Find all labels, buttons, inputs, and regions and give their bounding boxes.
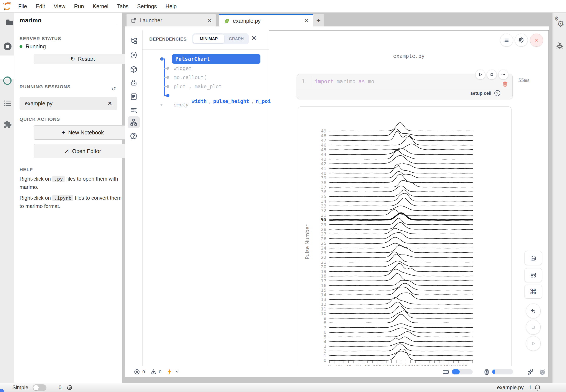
kernel-count: 0 xyxy=(59,384,61,391)
new-tab-button[interactable]: + xyxy=(313,14,324,27)
dependency-graph-icon[interactable] xyxy=(130,118,138,126)
notebook-settings-button[interactable] xyxy=(515,34,528,47)
bell-icon[interactable] xyxy=(534,384,541,391)
setup-help-button[interactable]: ? xyxy=(494,90,500,96)
menu-bar: FileEditViewRunKernelTabsSettingsHelp xyxy=(0,0,566,13)
tab-example-py-close-icon[interactable]: ✕ xyxy=(304,18,309,24)
undo-button[interactable] xyxy=(526,304,541,318)
ai-sparkle-icon[interactable] xyxy=(527,368,534,376)
tab-example-py[interactable]: example.py ✕ xyxy=(219,14,313,27)
warning-triangle-icon xyxy=(150,369,157,375)
y-tick-label: 44 xyxy=(321,152,327,157)
y-tick-label: 17 xyxy=(321,278,327,283)
settings-gear-large-icon[interactable]: ⚙ xyxy=(557,19,564,29)
cell-more-button[interactable] xyxy=(498,70,508,80)
restart-label: Restart xyxy=(78,56,95,62)
toggle-graph[interactable]: GRAPH xyxy=(225,33,248,44)
cpu-icon xyxy=(483,369,490,376)
marimo-leaf-icon xyxy=(224,18,230,24)
delete-cell-trash-icon[interactable] xyxy=(502,81,508,87)
tab-launcher-close-icon[interactable]: ✕ xyxy=(207,17,212,24)
cell-code[interactable]: import marimo as mo xyxy=(315,79,374,84)
menu-item-view[interactable]: View xyxy=(54,3,65,10)
y-tick-label: 1 xyxy=(324,353,327,358)
menu-item-tabs[interactable]: Tabs xyxy=(117,3,129,10)
restart-button[interactable]: ↻Restart xyxy=(34,54,132,64)
table-of-contents-icon[interactable] xyxy=(3,99,12,108)
interrupt-button[interactable] xyxy=(526,320,541,335)
pulse-profile-49 xyxy=(329,123,473,131)
session-item-example-py[interactable]: example.py ✕ xyxy=(19,97,117,110)
run-mode-dropdown[interactable] xyxy=(166,368,180,375)
pulse-profile-2 xyxy=(329,344,473,351)
separator: , xyxy=(207,98,213,104)
menu-item-kernel[interactable]: Kernel xyxy=(93,3,108,10)
session-close-icon[interactable]: ✕ xyxy=(108,100,112,106)
outline-search-icon[interactable] xyxy=(130,106,138,114)
notebook-filename: example.py xyxy=(269,53,549,59)
circle-x-icon xyxy=(134,369,140,375)
run-cell-button[interactable] xyxy=(475,70,485,80)
menu-item-file[interactable]: File xyxy=(18,3,27,10)
dependency-row-callout[interactable]: mo.callout( xyxy=(174,75,207,80)
logs-scroll-icon[interactable] xyxy=(130,93,138,101)
dependency-row-plot[interactable]: plot , make_plot xyxy=(174,84,222,89)
tab-launcher[interactable]: Launcher ✕ xyxy=(127,14,216,27)
extension-puzzle-icon[interactable] xyxy=(3,120,12,129)
open-editor-button[interactable]: ↗Open Editor xyxy=(34,144,132,158)
save-button[interactable] xyxy=(524,251,542,265)
play-icon xyxy=(478,72,483,77)
menu-item-help[interactable]: Help xyxy=(165,3,177,10)
dependency-root-pulsarchart[interactable]: PulsarChart xyxy=(172,54,260,64)
menu-item-run[interactable]: Run xyxy=(74,3,84,10)
stop-cell-button[interactable] xyxy=(487,70,497,80)
app-status-bar: Simple 0 example.py 1 xyxy=(0,383,566,392)
dependency-row-empty[interactable]: empty xyxy=(174,102,189,108)
line-number: 1 xyxy=(302,79,305,84)
variables-icon[interactable] xyxy=(130,51,138,59)
divider xyxy=(311,77,311,86)
dependencies-close-icon[interactable]: ✕ xyxy=(251,34,256,42)
menu-item-settings[interactable]: Settings xyxy=(137,3,157,10)
debug-bug-icon[interactable] xyxy=(556,42,564,50)
y-tick-label: 28 xyxy=(321,227,327,232)
notebook-menu-button[interactable] xyxy=(500,34,513,47)
y-tick-label: 7 xyxy=(324,325,327,330)
warnings-indicator[interactable]: 0 xyxy=(150,369,162,375)
run-all-button[interactable] xyxy=(526,336,541,351)
chart-output-container: Pulse Number0204060801001201401601802002… xyxy=(298,106,511,374)
notebook-shutdown-button[interactable] xyxy=(530,34,543,47)
help-bubble-icon[interactable] xyxy=(130,132,138,140)
chip-icon[interactable] xyxy=(66,384,73,391)
ai-robot-icon[interactable] xyxy=(130,79,138,87)
y-tick-label: 43 xyxy=(321,156,327,162)
dependency-row-widget[interactable]: widget xyxy=(174,66,192,71)
y-tick-label: 38 xyxy=(321,180,327,185)
y-tick-label: 24 xyxy=(321,245,327,251)
layout-button[interactable] xyxy=(524,268,542,282)
pulse-profile-4 xyxy=(329,337,473,342)
chevron-down-icon xyxy=(175,369,180,374)
panel-icon-strip xyxy=(125,30,143,366)
packages-cube-icon[interactable] xyxy=(130,66,138,73)
simple-mode-toggle[interactable] xyxy=(32,384,46,391)
keyboard-shortcuts-button[interactable]: ⌘ xyxy=(524,285,542,299)
menu-item-edit[interactable]: Edit xyxy=(36,3,45,10)
errors-indicator[interactable]: 0 xyxy=(134,369,145,375)
jupyterlab-marimo-app: FileEditViewRunKernelTabsSettingsHelp m xyxy=(0,0,566,392)
toggle-minimap[interactable]: MINIMAP xyxy=(193,34,224,43)
refresh-sessions-icon[interactable]: ↻ xyxy=(112,86,116,92)
new-notebook-button[interactable]: +New Notebook xyxy=(34,125,132,140)
stop-sessions-icon[interactable] xyxy=(3,42,13,51)
status-dot-green xyxy=(19,45,22,48)
y-tick-label: 4 xyxy=(324,339,327,344)
y-tick-label: 25 xyxy=(321,241,327,246)
dependencies-panel: DEPENDENCIES MINIMAP GRAPH ✕ PulsarChart… xyxy=(143,30,269,366)
undo-arrow-icon xyxy=(530,308,536,314)
file-browser-icon[interactable] xyxy=(6,19,14,26)
marimo-session-icon[interactable] xyxy=(2,75,13,86)
copilot-icon[interactable] xyxy=(539,368,546,376)
file-tree-icon[interactable] xyxy=(130,37,138,45)
help-paragraph-2: Right-click on .ipynb files to convert t… xyxy=(19,194,121,210)
pulse-profile-6 xyxy=(329,328,473,332)
